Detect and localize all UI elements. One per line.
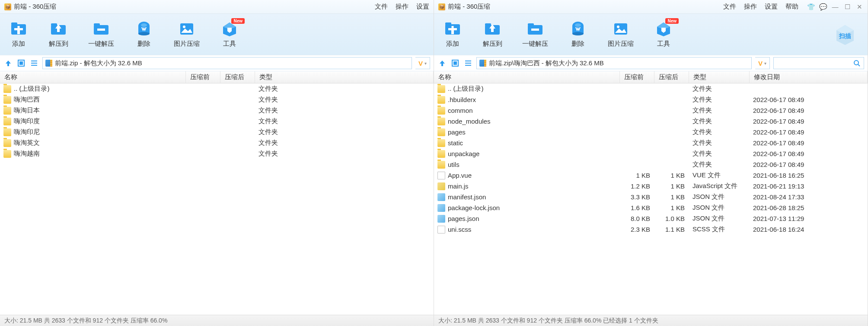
menu-file[interactable]: 文件 — [375, 3, 388, 11]
extract-icon — [48, 21, 68, 36]
table-row[interactable]: uni.scss2.3 KB1.1 KBSCSS 文件2021-06-18 16… — [434, 224, 868, 235]
add-button[interactable]: 添加 — [9, 21, 29, 48]
file-name: main.js — [448, 182, 469, 190]
table-row[interactable]: 嗨淘印尼文件夹 — [0, 127, 434, 137]
file-type: JavaScript 文件 — [689, 182, 750, 190]
minimize-icon[interactable]: — — [831, 3, 839, 11]
pathbar-left: 前端.zip - 解包大小为 32.6 MB — [0, 55, 434, 71]
titlebar-right: 前端 - 360压缩 文件 操作 设置 帮助 👕 💬 — ☐ ✕ — [434, 0, 868, 14]
search-input[interactable] — [773, 57, 864, 69]
table-row[interactable]: .. (上级目录)文件夹 — [434, 83, 868, 94]
size-after: 1.1 KB — [654, 226, 689, 233]
file-icon — [437, 150, 445, 158]
col-type[interactable]: 类型 — [255, 71, 434, 83]
add-button[interactable]: 添加 — [443, 21, 463, 48]
table-row[interactable]: main.js1.2 KB1 KBJavaScript 文件2021-06-21… — [434, 181, 868, 192]
column-headers-right: 名称 压缩前 压缩后 类型 修改日期 — [434, 71, 868, 83]
table-row[interactable]: 嗨淘越南文件夹 — [0, 148, 434, 159]
delete-button[interactable]: 删除 — [134, 21, 154, 48]
scan-button[interactable] — [833, 22, 857, 47]
menu-settings[interactable]: 设置 — [416, 3, 429, 11]
table-row[interactable]: .. (上级目录)文件夹 — [0, 83, 434, 94]
path-dropdown[interactable] — [755, 57, 770, 69]
table-row[interactable]: App.vue1 KB1 KBVUE 文件2021-06-18 16:25 — [434, 170, 868, 181]
table-row[interactable]: 嗨淘英文文件夹 — [0, 137, 434, 148]
tools-button[interactable]: New工具 — [220, 21, 239, 48]
zip-icon — [479, 60, 486, 67]
table-row[interactable]: 嗨淘巴西文件夹 — [0, 94, 434, 105]
col-type[interactable]: 类型 — [689, 71, 750, 83]
menu-operate[interactable]: 操作 — [396, 3, 408, 11]
table-row[interactable]: package-lock.json1.6 KB1 KBJSON 文件2021-0… — [434, 202, 868, 213]
table-row[interactable]: common文件夹2022-06-17 08:49 — [434, 105, 868, 116]
menu-file[interactable]: 文件 — [723, 3, 736, 11]
maximize-icon[interactable]: ☐ — [843, 3, 851, 11]
file-type: 文件夹 — [689, 96, 750, 104]
table-row[interactable]: pages文件夹2022-06-17 08:49 — [434, 127, 868, 137]
image-compress-button[interactable]: 图片压缩 — [608, 21, 634, 48]
col-after[interactable]: 压缩后 — [220, 71, 255, 83]
table-row[interactable]: unpackage文件夹2022-06-17 08:49 — [434, 148, 868, 159]
extract-to-button[interactable]: 解压到 — [48, 21, 68, 48]
table-row[interactable]: .hbuilderx文件夹2022-06-17 08:49 — [434, 94, 868, 105]
table-row[interactable]: manifest.json3.3 KB1 KBJSON 文件2021-08-24… — [434, 192, 868, 202]
file-icon — [437, 128, 445, 136]
view-detail-icon[interactable] — [29, 58, 39, 68]
delete-button[interactable]: 删除 — [568, 21, 588, 48]
table-row[interactable]: pages.json8.0 KB1.0 KBJSON 文件2021-07-13 … — [434, 213, 868, 224]
extract-to-button[interactable]: 解压到 — [482, 21, 502, 48]
col-name[interactable]: 名称 — [434, 71, 620, 83]
image-compress-button[interactable]: 图片压缩 — [174, 21, 200, 48]
tools-button[interactable]: New工具 — [654, 21, 673, 48]
file-type: SCSS 文件 — [689, 225, 750, 233]
size-before: 3.3 KB — [620, 193, 654, 201]
skin-icon[interactable]: 👕 — [807, 3, 815, 11]
table-row[interactable]: 嗨淘日本文件夹 — [0, 105, 434, 116]
col-before[interactable]: 压缩前 — [620, 71, 654, 83]
nav-up-icon[interactable] — [437, 58, 447, 68]
file-icon — [3, 128, 11, 136]
one-click-extract-button[interactable]: 一键解压 — [88, 21, 114, 48]
table-row[interactable]: node_modules文件夹2022-06-17 08:49 — [434, 116, 868, 127]
file-name: App.vue — [448, 172, 472, 179]
file-icon — [3, 118, 11, 125]
file-date: 2021-06-18 16:25 — [750, 172, 868, 179]
menu-help[interactable]: 帮助 — [785, 3, 798, 11]
file-icon — [437, 161, 445, 169]
file-type: JSON 文件 — [689, 193, 750, 201]
path-dropdown[interactable] — [415, 57, 430, 69]
view-detail-icon[interactable] — [463, 58, 473, 68]
file-date: 2022-06-17 08:49 — [750, 118, 868, 125]
table-row[interactable]: 嗨淘印度文件夹 — [0, 116, 434, 127]
col-date[interactable]: 修改日期 — [750, 71, 868, 83]
table-row[interactable]: utils文件夹2022-06-17 08:49 — [434, 159, 868, 170]
extract-icon — [482, 21, 502, 36]
path-input[interactable]: 前端.zip - 解包大小为 32.6 MB — [42, 57, 412, 69]
col-before[interactable]: 压缩前 — [186, 71, 220, 83]
nav-up-icon[interactable] — [3, 58, 13, 68]
delete-icon — [568, 21, 588, 36]
file-type: 文件夹 — [689, 117, 750, 125]
file-icon — [437, 107, 445, 115]
table-row[interactable]: static文件夹2022-06-17 08:49 — [434, 137, 868, 148]
size-after: 1 KB — [654, 193, 689, 201]
file-date: 2022-06-17 08:49 — [750, 150, 868, 157]
view-icon-list-icon[interactable] — [450, 58, 460, 68]
feedback-icon[interactable]: 💬 — [819, 3, 827, 11]
file-name: 嗨淘印度 — [14, 117, 40, 125]
menu-settings[interactable]: 设置 — [765, 3, 778, 11]
col-name[interactable]: 名称 — [0, 71, 186, 83]
path-input[interactable]: 前端.zip\嗨淘巴西 - 解包大小为 32.6 MB — [476, 57, 752, 69]
file-icon — [437, 172, 445, 179]
path-text: 前端.zip\嗨淘巴西 - 解包大小为 32.6 MB — [489, 59, 604, 67]
file-name: pages — [448, 128, 466, 136]
one-click-extract-button[interactable]: 一键解压 — [522, 21, 548, 48]
menu-operate[interactable]: 操作 — [744, 3, 757, 11]
new-badge: New — [665, 18, 679, 24]
file-icon — [3, 96, 11, 104]
col-after[interactable]: 压缩后 — [654, 71, 689, 83]
view-icon-list-icon[interactable] — [16, 58, 26, 68]
close-icon[interactable]: ✕ — [855, 3, 863, 11]
file-type: 文件夹 — [255, 106, 434, 115]
file-date: 2022-06-17 08:49 — [750, 96, 868, 103]
